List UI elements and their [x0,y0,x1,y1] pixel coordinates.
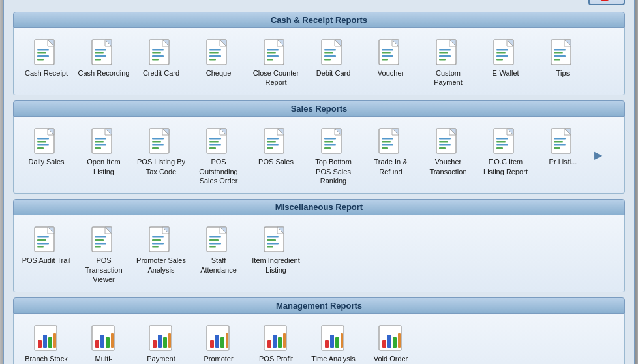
report-label-payment-analysis: Payment Analysis [135,354,187,364]
report-icon-cash-receipt [31,36,61,66]
svg-rect-132 [382,138,393,140]
report-item-close-counter-report[interactable]: Close Counter Report [247,33,305,90]
report-item-daily-sales[interactable]: Daily Sales [18,122,75,169]
svg-rect-62 [439,55,451,57]
svg-rect-29 [209,52,219,54]
section-sales: Sales Reports Daily Sales Open Item List… [13,100,625,194]
report-item-cash-recording[interactable]: Cash Recording [75,33,132,80]
svg-rect-46 [324,55,336,57]
report-label-voucher-transaction: Voucher Transaction [422,157,474,176]
svg-rect-207 [100,335,104,348]
report-icon-multi-dimensional-pos [89,322,119,352]
report-item-promoter-sales-analysis[interactable]: Promoter Sales Analysis [132,220,190,277]
svg-rect-63 [439,59,446,61]
svg-rect-92 [95,138,106,140]
report-icon-pos-transaction-viewer [89,223,119,253]
report-item-custom-payment[interactable]: Custom Payment [419,33,477,90]
svg-rect-44 [324,49,336,51]
report-item-pos-outstanding[interactable]: POS Outstanding Sales Order [190,122,247,188]
section-body-misc: POS Audit Trail POS Transaction Viewer P… [13,215,625,292]
svg-rect-164 [37,236,49,238]
svg-rect-140 [439,138,451,140]
svg-rect-55 [382,59,388,61]
svg-rect-149 [496,141,506,143]
report-icon-item-ingredient-listing [261,223,291,253]
report-icon-pos-sales [261,125,291,155]
svg-rect-109 [209,141,219,143]
svg-rect-221 [267,340,271,348]
report-icon-cheque [204,36,234,66]
report-item-trade-in-refund[interactable]: Trade In & Refund [362,122,419,179]
report-item-open-item-listing[interactable]: Open Item Listing [75,122,132,179]
report-item-void-order[interactable]: Void Order [362,319,419,364]
svg-rect-102 [152,144,164,146]
svg-rect-196 [267,236,279,238]
report-item-e-wallet[interactable]: E-Wallet [477,33,534,80]
svg-rect-87 [37,147,44,149]
report-icon-open-item-listing [89,125,119,155]
svg-rect-54 [382,55,393,57]
report-item-cheque[interactable]: Cheque [190,33,247,80]
report-item-debit-card[interactable]: Debit Card [305,33,362,80]
report-item-tips[interactable]: Tips [534,33,592,80]
section-body-sales: Daily Sales Open Item Listing POS Listin… [13,117,625,194]
svg-rect-199 [267,246,273,248]
svg-rect-68 [496,49,508,51]
svg-rect-165 [37,239,46,241]
report-item-cash-receipt[interactable]: Cash Receipt [18,33,75,80]
report-item-pos-sales[interactable]: POS Sales [247,122,305,169]
report-item-top-bottom-pos[interactable]: Top Bottom POS Sales Ranking [305,122,362,188]
report-label-pos-outstanding: POS Outstanding Sales Order [192,157,245,185]
svg-rect-85 [37,141,46,143]
report-icon-close-counter-report [261,36,291,66]
report-item-pos-audit-trail[interactable]: POS Audit Trail [18,220,75,267]
report-item-time-analysis[interactable]: Time Analysis [305,319,362,364]
report-item-multi-dimensional-pos[interactable]: Multi-Dimensional POS Analysis [75,319,132,364]
report-item-promoter-commission[interactable]: Promoter Commission Analysis [190,319,247,364]
report-label-item-ingredient-listing: Item Ingredient Listing [250,256,302,275]
report-icon-foc-item-listing [491,125,521,155]
svg-rect-188 [209,236,221,238]
report-item-pos-transaction-viewer[interactable]: POS Transaction Viewer [75,220,132,286]
report-item-voucher-transaction[interactable]: Voucher Transaction [419,122,477,179]
report-icon-payment-analysis [146,322,176,352]
section-header-sales: Sales Reports [13,100,625,117]
svg-rect-134 [382,144,393,146]
report-item-voucher[interactable]: Voucher [362,33,419,80]
report-item-pos-listing-tax[interactable]: POS Listing By Tax Code [132,122,190,179]
svg-rect-150 [496,144,508,146]
report-item-branch-stock-balance[interactable]: Branch Stock Balance [18,319,75,364]
svg-rect-6 [37,55,49,57]
svg-rect-70 [496,55,508,57]
svg-rect-219 [226,333,228,348]
svg-rect-119 [267,147,273,149]
report-item-pr-listing[interactable]: Pr Listi... [534,122,592,169]
svg-rect-69 [496,52,506,54]
svg-rect-233 [393,337,397,348]
svg-rect-172 [95,236,106,238]
report-icon-credit-card [146,36,176,66]
window-content: ✕ Cash & Receipt Reports Cash Receipt [4,0,634,364]
report-item-staff-attendance[interactable]: Staff Attendance [190,220,247,277]
report-item-payment-analysis[interactable]: Payment Analysis [132,319,190,364]
svg-rect-216 [210,340,214,348]
svg-rect-37 [267,52,276,54]
report-icon-branch-stock-balance [31,322,61,352]
report-item-foc-item-listing[interactable]: F.O.C Item Listing Report [477,122,534,179]
svg-rect-183 [152,246,159,248]
svg-rect-133 [382,141,391,143]
close-button[interactable]: ✕ [588,0,625,5]
svg-rect-15 [95,59,101,61]
report-item-credit-card[interactable]: Credit Card [132,33,190,80]
svg-rect-229 [341,333,343,348]
svg-rect-157 [554,141,563,143]
report-icon-void-order [376,322,406,352]
svg-rect-201 [38,340,42,348]
svg-rect-84 [37,138,49,140]
report-item-item-ingredient-listing[interactable]: Item Ingredient Listing [247,220,305,277]
svg-rect-206 [95,340,99,348]
scroll-right-indicator[interactable]: ▶ [592,149,605,161]
report-item-pos-profit-margin[interactable]: POS Profit Margin [247,319,305,364]
section-body-management: Branch Stock Balance Multi-Dimensional P… [13,314,625,364]
section-management: Management Reports Branch Stock Balance … [13,297,625,364]
